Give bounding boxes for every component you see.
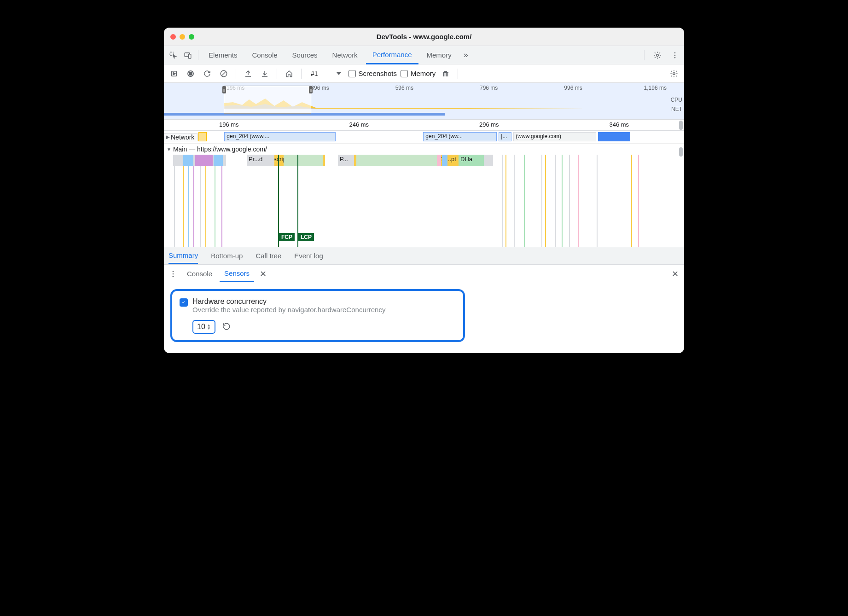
flame-background-bars (164, 155, 684, 247)
network-request[interactable]: |... (499, 132, 511, 141)
performance-toolbar: #1 Screenshots Memory (164, 64, 684, 83)
selection-handle-left[interactable]: || (222, 86, 226, 93)
flame-block[interactable] (214, 155, 223, 166)
svg-rect-32 (638, 155, 639, 247)
network-request[interactable] (598, 132, 630, 141)
network-track-body[interactable]: gen_204 (www.... gen_204 (ww... |... (ww… (197, 131, 684, 144)
upload-icon[interactable] (242, 67, 255, 80)
divider (198, 50, 198, 60)
svg-point-33 (173, 271, 174, 272)
flame-chart[interactable]: Task Task Task Task Evaluate script Ev..… (164, 155, 684, 247)
record-icon[interactable] (184, 67, 197, 80)
more-tabs-button[interactable]: » (460, 50, 472, 60)
checkbox-icon (348, 70, 356, 77)
close-drawer-icon[interactable]: ✕ (669, 269, 681, 279)
drawer-tab-console[interactable]: Console (182, 266, 217, 281)
flame-block[interactable]: P... (338, 155, 354, 166)
window-zoom-button[interactable] (189, 34, 194, 40)
svg-rect-31 (631, 155, 632, 247)
flame-block[interactable] (195, 155, 213, 166)
hardware-concurrency-stepper[interactable]: 10 ▲▼ (192, 320, 215, 334)
svg-point-34 (173, 273, 174, 274)
download-icon[interactable] (258, 67, 271, 80)
reset-icon[interactable] (222, 322, 231, 332)
overview-selection[interactable]: || || (224, 86, 311, 114)
tab-network[interactable]: Network (326, 46, 364, 64)
flame-block[interactable] (358, 155, 430, 166)
hardware-concurrency-description: Override the value reported by navigator… (192, 306, 385, 314)
svg-rect-29 (578, 155, 579, 247)
svg-rect-12 (174, 155, 175, 247)
flame-block[interactable]: DHa (459, 155, 484, 166)
checkbox-icon (401, 70, 408, 77)
divider (644, 50, 645, 60)
tab-memory[interactable]: Memory (420, 46, 458, 64)
toggle-record-icon[interactable] (168, 67, 180, 80)
svg-point-5 (674, 54, 676, 56)
tab-bottom-up[interactable]: Bottom-up (211, 248, 243, 263)
svg-rect-22 (514, 155, 515, 247)
tab-sources[interactable]: Sources (286, 46, 324, 64)
reload-icon[interactable] (201, 67, 214, 80)
fcp-marker[interactable]: FCP (279, 233, 295, 241)
stepper-arrows-icon[interactable]: ▲▼ (207, 324, 211, 330)
svg-rect-19 (221, 155, 222, 247)
svg-point-4 (674, 52, 676, 53)
flame-block[interactable] (285, 155, 320, 166)
network-track-header[interactable]: ▶ Network (164, 133, 197, 141)
expand-down-icon: ▼ (167, 147, 171, 152)
window-close-button[interactable] (170, 34, 176, 40)
network-request[interactable]: (www.google.com) (513, 132, 596, 141)
svg-rect-28 (569, 155, 570, 247)
flame-block[interactable] (442, 155, 447, 166)
selection-handle-right[interactable]: || (309, 86, 313, 93)
tab-performance[interactable]: Performance (366, 46, 418, 64)
lcp-marker[interactable]: LCP (298, 233, 314, 241)
svg-rect-17 (205, 155, 206, 247)
kebab-menu-icon[interactable] (167, 267, 180, 280)
svg-rect-23 (524, 155, 525, 247)
network-request[interactable]: gen_204 (ww... (423, 132, 497, 141)
screenshots-checkbox[interactable]: Screenshots (348, 70, 397, 77)
capture-settings-icon[interactable] (668, 67, 680, 80)
recording-selector[interactable]: #1 (307, 68, 345, 79)
hardware-concurrency-title: Hardware concurrency (192, 297, 385, 306)
device-toolbar-icon[interactable] (181, 49, 194, 62)
tab-console[interactable]: Console (246, 46, 284, 64)
tab-event-log[interactable]: Event log (294, 248, 323, 263)
flame-block[interactable] (183, 155, 193, 166)
network-request[interactable]: gen_204 (www.... (224, 132, 336, 141)
svg-point-35 (173, 275, 174, 277)
kebab-menu-icon[interactable] (668, 49, 681, 62)
drawer-tab-sensors[interactable]: Sensors (220, 266, 254, 282)
network-track-row: ▶ Network gen_204 (www.... gen_204 (ww..… (164, 131, 684, 144)
network-request[interactable] (198, 132, 207, 141)
timeline-overview[interactable]: 196 ms396 ms596 ms796 ms996 ms1,196 ms C… (164, 83, 684, 120)
clear-icon[interactable] (217, 67, 230, 80)
home-icon[interactable] (283, 67, 296, 80)
flame-block[interactable]: Pr...d (247, 155, 274, 166)
svg-rect-30 (597, 155, 598, 247)
memory-checkbox[interactable]: Memory (401, 70, 436, 77)
hardware-concurrency-checkbox[interactable] (180, 298, 188, 307)
close-tab-icon[interactable]: ✕ (257, 269, 269, 279)
tab-call-tree[interactable]: Call tree (256, 248, 281, 263)
svg-rect-21 (505, 155, 506, 247)
recording-selector-label: #1 (311, 70, 318, 77)
settings-icon[interactable] (651, 49, 664, 62)
titlebar: DevTools - www.google.com/ (164, 28, 684, 46)
hardware-concurrency-value: 10 (197, 323, 205, 331)
divider (458, 69, 458, 79)
tab-elements[interactable]: Elements (202, 46, 244, 64)
expand-right-icon: ▶ (166, 134, 170, 139)
svg-point-6 (674, 57, 676, 58)
divider (236, 69, 236, 79)
devtools-window: DevTools - www.google.com/ Elements Cons… (164, 28, 684, 353)
tab-summary[interactable]: Summary (168, 248, 198, 264)
main-track-header[interactable]: ▼ Main — https://www.google.com/ (164, 144, 684, 155)
garbage-collect-icon[interactable] (439, 67, 452, 80)
inspect-element-icon[interactable] (167, 49, 180, 62)
svg-rect-13 (183, 155, 184, 247)
divider (301, 69, 302, 79)
window-minimize-button[interactable] (180, 34, 185, 40)
